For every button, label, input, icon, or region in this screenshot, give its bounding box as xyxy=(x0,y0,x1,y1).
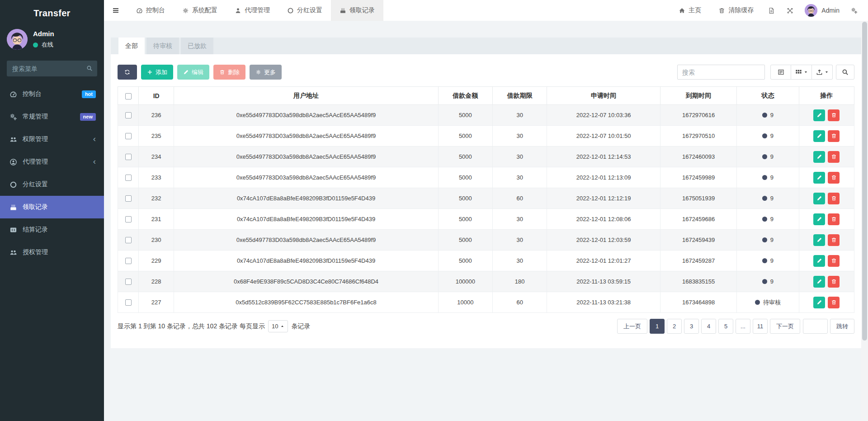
status-text: 9 xyxy=(770,174,774,181)
columns-button[interactable] xyxy=(791,65,812,80)
sidebar-item-collect-records[interactable]: 领取记录 xyxy=(0,196,104,218)
delete-row-button[interactable] xyxy=(828,109,840,121)
row-checkbox[interactable] xyxy=(125,175,132,181)
export-button[interactable] xyxy=(812,65,833,80)
page-button-3[interactable]: 3 xyxy=(684,319,699,334)
topnav-item-agent[interactable]: 代理管理 xyxy=(226,0,278,21)
cell-term: 60 xyxy=(493,188,547,209)
sidebar-item-dividend[interactable]: 分红设置 xyxy=(0,173,104,196)
detail-view-button[interactable] xyxy=(770,65,791,80)
delete-row-button[interactable] xyxy=(828,151,840,163)
fullscreen-button[interactable] xyxy=(781,7,799,14)
delete-row-button[interactable] xyxy=(828,213,840,225)
advanced-search-button[interactable] xyxy=(836,65,854,80)
sidebar-item-dashboard[interactable]: 控制台hot xyxy=(0,83,104,105)
delete-row-button[interactable] xyxy=(828,297,840,308)
delete-row-button[interactable] xyxy=(828,172,840,184)
next-page-button[interactable]: 下一页 xyxy=(770,319,800,334)
delete-row-button[interactable] xyxy=(828,276,840,288)
page-size-dropdown[interactable]: 10 xyxy=(268,320,288,332)
pencil-icon xyxy=(816,154,822,160)
row-checkbox[interactable] xyxy=(125,299,132,306)
edit-row-button[interactable] xyxy=(813,109,825,121)
row-checkbox[interactable] xyxy=(125,133,132,139)
delete-row-button[interactable] xyxy=(828,234,840,246)
edit-row-button[interactable] xyxy=(813,151,825,163)
edit-row-button[interactable] xyxy=(813,193,825,204)
edit-row-button[interactable] xyxy=(813,234,825,246)
sidebar-item-permission[interactable]: 权限管理‹ xyxy=(0,128,104,151)
topnav-item-dividend[interactable]: 分红设置 xyxy=(278,0,331,21)
column-header-1[interactable]: 用户地址 xyxy=(174,87,438,105)
status-dot-icon xyxy=(762,258,767,263)
plus-icon xyxy=(147,69,153,75)
select-all-checkbox[interactable] xyxy=(125,93,132,99)
tab-released[interactable]: 已放款 xyxy=(181,38,213,54)
user-menu[interactable]: Admin xyxy=(799,4,845,17)
page-button-5[interactable]: 5 xyxy=(718,319,733,334)
settings-button[interactable] xyxy=(845,7,863,14)
prev-page-button[interactable]: 上一页 xyxy=(617,319,647,334)
cell-id: 228 xyxy=(139,271,174,292)
edit-button[interactable]: 编辑 xyxy=(177,65,209,80)
chevron-left-icon: ‹ xyxy=(93,157,96,167)
column-header-4[interactable]: 申请时间 xyxy=(547,87,660,105)
page-button-4[interactable]: 4 xyxy=(701,319,716,334)
cell-apply_time: 2022-12-07 10:03:36 xyxy=(547,105,660,126)
column-header-7[interactable]: 操作 xyxy=(799,87,854,105)
delete-row-button[interactable] xyxy=(828,193,840,204)
page-button-11[interactable]: 11 xyxy=(753,319,768,334)
refresh-button[interactable] xyxy=(118,65,137,80)
edit-row-button[interactable] xyxy=(813,213,825,225)
column-header-6[interactable]: 状态 xyxy=(737,87,799,105)
row-checkbox[interactable] xyxy=(125,237,132,243)
sidebar-item-settlement[interactable]: 结算记录 xyxy=(0,218,104,241)
row-checkbox[interactable] xyxy=(125,195,132,202)
language-button[interactable] xyxy=(762,7,781,14)
menu-search-input[interactable] xyxy=(7,61,97,76)
delete-row-button[interactable] xyxy=(828,130,840,142)
sidebar-toggle-button[interactable] xyxy=(104,0,127,21)
table-footer: 显示第 1 到第 10 条记录，总共 102 条记录 每页显示 10 条记录 上… xyxy=(118,319,854,334)
topnav-item-dashboard[interactable]: 控制台 xyxy=(127,0,174,21)
column-header-2[interactable]: 借款金额 xyxy=(438,87,492,105)
home-link[interactable]: 主页 xyxy=(670,6,710,14)
cell-text: 5000 xyxy=(459,216,472,222)
topnav-item-system-config[interactable]: 系统配置 xyxy=(174,0,226,21)
tab-all[interactable]: 全部 xyxy=(118,38,145,54)
edit-row-button[interactable] xyxy=(813,130,825,142)
delete-row-button[interactable] xyxy=(828,255,840,267)
topnav-item-records[interactable]: 领取记录 xyxy=(331,0,383,21)
row-checkbox[interactable] xyxy=(125,216,132,222)
column-header-3[interactable]: 借款期限 xyxy=(493,87,547,105)
edit-row-button[interactable] xyxy=(813,255,825,267)
page-button-1[interactable]: 1 xyxy=(650,319,665,334)
row-checkbox[interactable] xyxy=(125,154,132,160)
jump-button[interactable]: 跳转 xyxy=(830,319,854,334)
delete-button[interactable]: 删除 xyxy=(213,65,245,80)
more-button[interactable]: 更多 xyxy=(250,65,282,80)
add-button[interactable]: 添加 xyxy=(141,65,173,80)
scrollbar-thumb[interactable] xyxy=(862,22,867,341)
jump-page-input[interactable] xyxy=(803,319,828,334)
app-window: Transfer Admin 在线 控制台hot常规管理new权限管理‹代理管理… xyxy=(0,0,868,421)
cell-text: 1675051939 xyxy=(682,195,715,202)
row-checkbox[interactable] xyxy=(125,279,132,285)
column-header-0[interactable]: ID xyxy=(139,87,174,105)
clear-cache-button[interactable]: 清除缓存 xyxy=(710,6,762,14)
edit-row-button[interactable] xyxy=(813,172,825,184)
sidebar-item-authorization[interactable]: 授权管理 xyxy=(0,241,104,264)
tab-pending[interactable]: 待审核 xyxy=(146,38,179,54)
row-checkbox[interactable] xyxy=(125,112,132,118)
row-checkbox[interactable] xyxy=(125,258,132,264)
page-button-2[interactable]: 2 xyxy=(667,319,682,334)
sidebar-item-agent[interactable]: 代理管理‹ xyxy=(0,151,104,173)
edit-row-button[interactable] xyxy=(813,276,825,288)
column-header-5[interactable]: 到期时间 xyxy=(660,87,736,105)
cell-amount: 5000 xyxy=(438,167,492,188)
edit-row-button[interactable] xyxy=(813,297,825,308)
cell-expire_time: 1673464898 xyxy=(660,292,736,313)
sidebar-item-general[interactable]: 常规管理new xyxy=(0,105,104,128)
status-text: 9 xyxy=(770,112,774,118)
table-search-input[interactable] xyxy=(677,65,765,80)
